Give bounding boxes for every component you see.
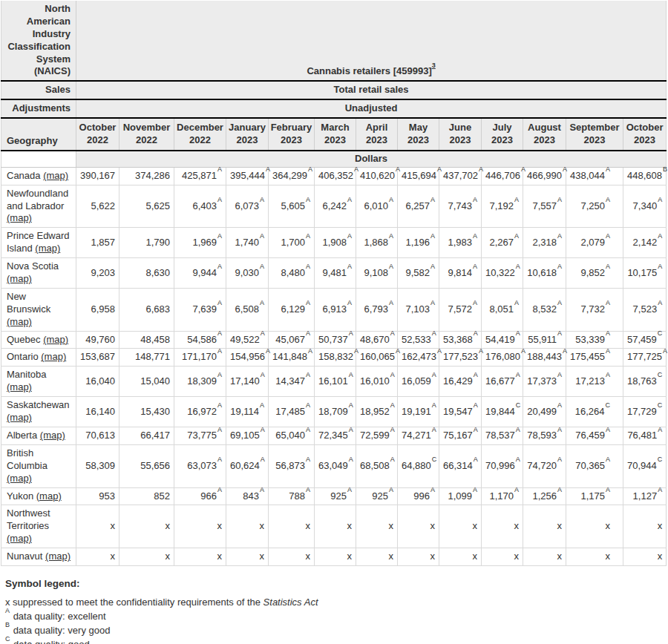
value-cell: 1,868A xyxy=(356,228,398,258)
quality-flag: A xyxy=(266,165,270,173)
column-header-march-2023: March 2023 xyxy=(315,118,356,151)
value-cell: 5,605A xyxy=(269,185,315,228)
quality-flag: A xyxy=(663,347,667,355)
quality-flag: A xyxy=(347,299,352,306)
legend-item-a: A data quality: excellent xyxy=(5,611,668,622)
value-text: 9,852 xyxy=(580,267,605,278)
quality-flag: A xyxy=(217,347,222,355)
value-cell: 9,030A xyxy=(226,258,269,289)
quality-flag: A xyxy=(557,401,562,409)
value-text: 160,065 xyxy=(360,351,395,362)
value-cell: x xyxy=(623,548,667,566)
value-text: 148,771 xyxy=(135,351,170,362)
value-cell: 10,322A xyxy=(482,258,523,289)
value-cell: 1,700A xyxy=(269,228,315,258)
value-cell: 78,593A xyxy=(523,427,566,444)
geography-cell: British Columbia (map) xyxy=(1,444,76,487)
quality-flag: A xyxy=(474,456,478,463)
value-cell: 10,618A xyxy=(523,258,566,289)
footnote-3-link[interactable]: 3 xyxy=(432,62,436,69)
map-link[interactable]: (map) xyxy=(41,351,66,362)
value-cell: 6,073A xyxy=(226,185,269,228)
value-cell: 1,170A xyxy=(482,487,523,505)
value-text: x xyxy=(166,520,171,531)
map-link[interactable]: (map) xyxy=(7,412,32,423)
quality-flag: C xyxy=(516,401,521,409)
value-text: 16,677 xyxy=(485,375,515,387)
value-cell: 10,175A xyxy=(623,258,667,289)
quality-flag: A xyxy=(606,486,610,493)
value-text: 153,687 xyxy=(80,351,115,362)
map-link[interactable]: (map) xyxy=(7,316,32,327)
value-cell: 63,049A xyxy=(315,444,356,487)
map-link[interactable]: (map) xyxy=(35,243,60,254)
map-link[interactable]: (map) xyxy=(45,551,71,562)
map-link[interactable]: (map) xyxy=(7,533,32,544)
value-cell: x xyxy=(398,548,439,566)
value-cell: 438,044A xyxy=(566,167,623,185)
column-header-january-2023: January 2023 xyxy=(226,118,269,151)
value-cell: 158,832A xyxy=(315,349,356,367)
value-cell: x xyxy=(566,548,623,566)
value-text: 8,480 xyxy=(281,267,305,278)
value-text: 8,630 xyxy=(145,267,170,278)
map-link[interactable]: (map) xyxy=(7,212,32,223)
value-text: 16,429 xyxy=(443,375,473,387)
quality-flag: A xyxy=(514,232,519,240)
value-cell: 1,127A xyxy=(623,487,667,505)
map-link[interactable]: (map) xyxy=(36,490,62,502)
value-cell: 49,522A xyxy=(226,331,269,349)
quality-flag: A xyxy=(349,371,353,378)
quality-flag: A xyxy=(217,299,222,306)
geography-name: Nova Scotia xyxy=(7,260,59,272)
quality-flag: A xyxy=(473,232,477,240)
value-text: x xyxy=(347,520,353,531)
value-cell: 15,040 xyxy=(119,367,174,397)
value-text: x xyxy=(111,520,116,531)
value-cell: 154,956A xyxy=(226,349,269,367)
legend-text-x: suppressed to meet the confidentiality r… xyxy=(10,597,263,608)
value-cell: 141,848A xyxy=(269,349,315,367)
column-header-october-2022: October 2022 xyxy=(76,118,119,151)
quality-flag: A xyxy=(606,329,610,337)
value-text: 53,339 xyxy=(575,334,605,345)
value-text: x xyxy=(260,551,265,562)
quality-flag: A xyxy=(606,456,610,463)
value-text: 9,481 xyxy=(322,267,347,278)
value-text: 16,264 xyxy=(575,406,605,417)
value-text: 177,725 xyxy=(627,351,662,362)
column-header-february-2023: February 2023 xyxy=(269,118,315,151)
quality-flag: A xyxy=(306,263,310,270)
value-text: 9,030 xyxy=(235,267,259,278)
quality-flag: A xyxy=(354,347,358,355)
map-link[interactable]: (map) xyxy=(40,430,65,441)
map-link[interactable]: (map) xyxy=(43,334,68,345)
value-text: 53,368 xyxy=(443,334,473,345)
value-cell: 64,880C xyxy=(398,444,439,487)
quality-flag: C xyxy=(658,456,663,463)
geography-header: Geography xyxy=(1,118,76,151)
value-text: 19,114 xyxy=(230,406,259,417)
value-cell: 1,969A xyxy=(174,228,226,258)
quality-flag: A xyxy=(261,426,265,433)
value-cell: 54,586A xyxy=(174,331,226,349)
value-cell: 6,257A xyxy=(398,185,439,228)
map-link[interactable]: (map) xyxy=(7,273,32,284)
value-cell: 1,196A xyxy=(398,228,439,258)
columns-row: Geography October 2022November 2022Decem… xyxy=(1,118,667,151)
map-link[interactable]: (map) xyxy=(7,381,32,392)
quality-flag: C xyxy=(658,329,663,337)
value-cell: 7,639A xyxy=(174,288,226,331)
geography-name: Canada xyxy=(7,170,41,181)
quality-flag: A xyxy=(432,426,436,433)
value-cell: 1,175A xyxy=(566,487,623,505)
value-text: 1,127 xyxy=(633,490,658,502)
quality-flag: A xyxy=(521,347,525,355)
value-text: 5,625 xyxy=(145,200,170,211)
map-link[interactable]: (map) xyxy=(43,170,68,181)
map-link[interactable]: (map) xyxy=(7,473,32,484)
geography-cell: Nova Scotia (map) xyxy=(1,258,76,289)
value-cell: 72,345A xyxy=(315,427,356,444)
table-row-northwest-territories: Northwest Territories (map)xxxxxxxxxxxxx xyxy=(1,505,667,548)
value-text: 64,880 xyxy=(402,460,431,471)
